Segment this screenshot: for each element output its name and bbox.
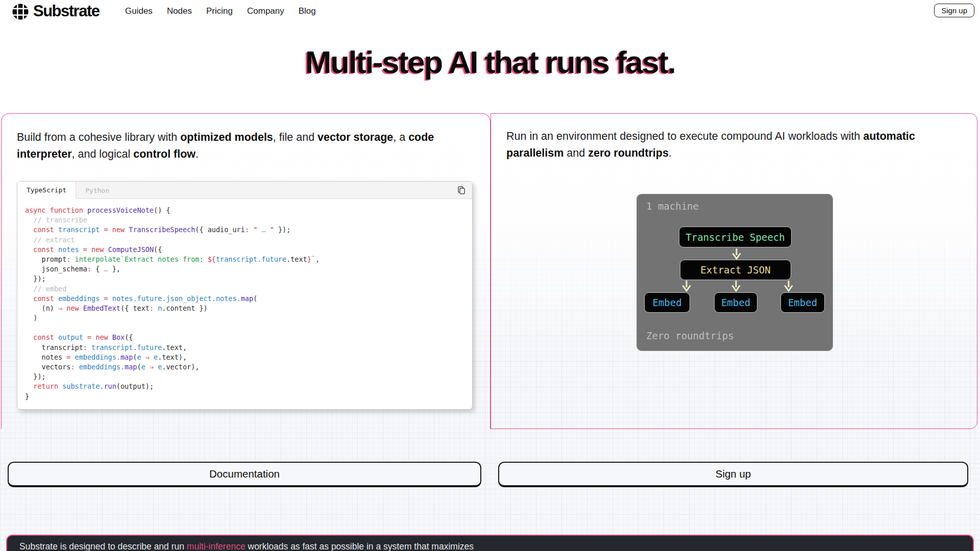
nav-link[interactable]: Pricing <box>206 6 233 16</box>
code-line: const transcript = new TranscribeSpeech(… <box>25 225 472 235</box>
code-line: ) <box>25 313 472 323</box>
hero-title: Multi-step AI that runs fast. <box>0 44 980 80</box>
node-transcribe-speech: Transcribe Speech <box>679 227 792 247</box>
code-content: async function processVoiceNote() { // t… <box>17 199 472 402</box>
tab-python[interactable]: Python <box>76 182 118 199</box>
code-line: }); <box>25 372 472 382</box>
footer-note-text: Substrate is designed to describe and ru… <box>19 541 474 551</box>
node-embed: Embed <box>714 292 757 313</box>
code-line: (n) ⇒ new EmbedText({ text: n.content }) <box>25 304 472 313</box>
code-line: async function processVoiceNote() { <box>25 206 472 215</box>
code-line: // extract <box>25 235 472 245</box>
code-line <box>25 323 472 333</box>
substrate-logo-icon <box>11 2 30 20</box>
nav-link[interactable]: Blog <box>299 6 316 16</box>
arrow-down-icon <box>682 280 691 293</box>
documentation-button[interactable]: Documentation <box>8 462 481 487</box>
machine-label: 1 machine <box>646 201 699 212</box>
node-embed: Embed <box>780 292 825 313</box>
code-line: // embed <box>25 284 472 294</box>
arrow-down-icon <box>732 248 741 261</box>
signup-button[interactable]: Sign up <box>498 462 968 487</box>
code-line: vectors: embeddings.map(e ⇒ e.vector), <box>25 362 472 372</box>
run-intro-text: Run in an environment designed to execut… <box>506 128 966 162</box>
tab-typescript[interactable]: TypeScript <box>17 182 76 199</box>
build-intro-text: Build from a cohesive library with optim… <box>17 129 471 163</box>
code-tabbar: TypeScript Python <box>17 182 472 199</box>
code-line: return substrate.run(output); <box>25 382 472 391</box>
code-line: const notes = new ComputeJSON({ <box>25 245 472 255</box>
copy-icon[interactable] <box>455 184 468 196</box>
code-line: prompt: interpolate`Extract notes from: … <box>25 255 472 264</box>
code-line: transcript: transcript.future.text, <box>25 343 472 353</box>
node-embed: Embed <box>644 292 690 313</box>
node-extract-json: Extract JSON <box>680 260 791 280</box>
roundtrips-label: Zero roundtrips <box>646 330 734 341</box>
nav-link[interactable]: Guides <box>125 6 153 16</box>
nav-link[interactable]: Nodes <box>167 6 192 16</box>
arrow-down-icon <box>784 280 793 293</box>
code-line: // transcribe <box>25 215 472 225</box>
code-line: notes = embeddings.map(e ⇒ e.text), <box>25 353 472 362</box>
code-panel: TypeScript Python async function process… <box>17 181 473 410</box>
arrow-down-icon <box>731 280 741 293</box>
code-line: const embeddings = notes.future.json_obj… <box>25 294 472 304</box>
brand-logo[interactable]: Substrate <box>11 2 99 20</box>
code-line: json_schema: { … }, <box>25 264 472 274</box>
multi-inference-link[interactable]: multi-inference <box>187 541 246 551</box>
top-nav: Substrate GuidesNodesPricingCompanyBlog … <box>0 0 980 23</box>
code-line: } <box>25 392 472 402</box>
nav-link[interactable]: Company <box>247 6 284 16</box>
code-line: }); <box>25 274 472 284</box>
nav-links: GuidesNodesPricingCompanyBlog <box>125 0 316 22</box>
code-line: const output = new Box({ <box>25 333 472 342</box>
footer-note: Substrate is designed to describe and ru… <box>6 535 974 551</box>
nav-signup-button[interactable]: Sign up <box>934 4 974 17</box>
page: Substrate GuidesNodesPricingCompanyBlog … <box>0 0 980 551</box>
execution-diagram: 1 machine Transcribe Speech Extract JSON… <box>636 194 833 351</box>
brand-name: Substrate <box>33 2 99 20</box>
